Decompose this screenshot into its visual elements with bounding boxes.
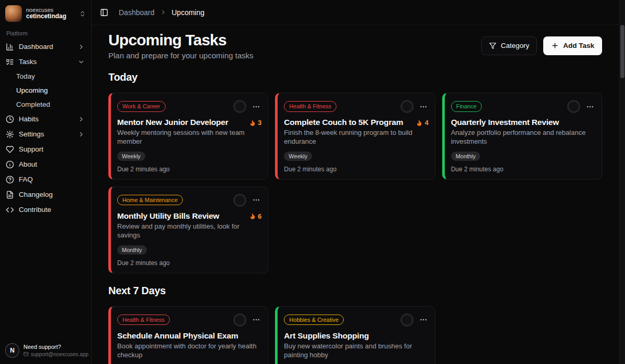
task-card[interactable]: Health & Fitness Complete Couch to 5K Pr… [275, 93, 435, 180]
info-icon [6, 160, 14, 169]
sidebar-item-about[interactable]: About [4, 157, 87, 171]
chevron-right-icon [160, 9, 167, 16]
sidebar-item-label: Habits [19, 115, 39, 123]
progress-ring [567, 100, 580, 113]
more-options-button[interactable] [251, 102, 261, 112]
add-task-button[interactable]: Add Task [543, 36, 602, 55]
streak-count: 3 [258, 119, 261, 127]
funnel-icon [489, 42, 496, 49]
streak-count: 6 [258, 212, 261, 220]
task-title: Monthly Utility Bills Review [117, 211, 219, 221]
sidebar: noexcuses cetincetindag Platform Dashboa… [0, 0, 92, 364]
streak-count: 4 [424, 119, 428, 127]
sidebar-item-support[interactable]: Support [4, 142, 87, 156]
sidebar-item-label: Tasks [19, 58, 37, 66]
sidebar-item-changelog[interactable]: Changelog [4, 187, 87, 202]
plus-icon [551, 42, 559, 49]
category-badge: Work & Career [117, 101, 166, 111]
sidebar-item-contribute[interactable]: Contribute [4, 203, 87, 217]
task-description: Weekly mentoring sessions with new team … [117, 129, 261, 146]
category-badge: Health & Fitness [117, 315, 170, 325]
chevrons-up-down-icon [79, 10, 86, 17]
flame-icon [416, 119, 423, 127]
heart-icon [6, 145, 14, 154]
sidebar-toggle-button[interactable] [97, 5, 111, 20]
sidebar-item-label: Support [19, 145, 43, 153]
support-avatar: N [5, 343, 19, 358]
sidebar-item-completed[interactable]: Completed [4, 98, 87, 111]
main-content: Upcoming Tasks Plan and prepare for your… [92, 25, 625, 364]
breadcrumb-dashboard[interactable]: Dashboard [119, 8, 155, 17]
task-title: Complete Couch to 5K Program [284, 118, 403, 127]
sidebar-item-tasks[interactable]: Tasks [4, 55, 87, 69]
breadcrumb: Dashboard Upcoming [119, 8, 205, 17]
support-card[interactable]: N Need support? support@noexcuses.app [4, 341, 87, 360]
category-filter-button[interactable]: Category [481, 36, 537, 55]
sidebar-item-label: Dashboard [19, 43, 53, 51]
progress-ring [401, 313, 414, 327]
sidebar-item-label: Changelog [19, 191, 53, 198]
task-card[interactable]: Hobbies & Creative Art Supplies Shopping… [275, 306, 435, 364]
more-options-button[interactable] [418, 315, 429, 325]
more-options-button[interactable] [251, 195, 261, 205]
task-grid-next-7-days: Health & Fitness Schedule Annual Physica… [108, 306, 602, 364]
task-description: Buy new watercolor paints and brushes fo… [284, 342, 428, 360]
category-badge: Health & Fitness [284, 101, 336, 111]
bar-chart-icon [6, 43, 14, 51]
task-title: Art Supplies Shopping [284, 331, 369, 341]
sidebar-item-label: About [19, 160, 37, 168]
more-options-button[interactable] [585, 102, 595, 112]
panel-left-icon [100, 8, 108, 17]
section-title: Next 7 Days [108, 285, 602, 297]
due-text: Due 2 minutes ago [451, 166, 595, 173]
task-grid-today: Work & Career Mentor New Junior Develope… [108, 93, 602, 273]
task-card[interactable]: Home & Maintenance Monthly Utility Bills… [108, 186, 268, 273]
task-card[interactable]: Health & Fitness Schedule Annual Physica… [108, 306, 268, 364]
task-card[interactable]: Finance Quarterly Investment Review Anal… [442, 93, 602, 180]
section-today: Today Work & Career Mentor New Junior De… [108, 71, 602, 273]
chevron-right-icon [78, 43, 85, 51]
sidebar-item-settings[interactable]: Settings [4, 127, 87, 141]
flame-icon [249, 119, 256, 127]
platform-label: Platform [6, 30, 87, 36]
list-todo-icon [6, 58, 14, 66]
progress-ring [233, 313, 246, 327]
ellipsis-icon [252, 316, 260, 324]
frequency-badge: Monthly [117, 245, 147, 255]
flame-icon [249, 212, 256, 220]
sidebar-item-habits[interactable]: Habits [4, 112, 87, 126]
category-badge: Home & Maintenance [117, 195, 183, 205]
sidebar-item-label: Contribute [19, 206, 51, 214]
category-button-label: Category [501, 42, 529, 49]
sidebar-item-upcoming[interactable]: Upcoming [4, 84, 87, 97]
task-description: Book appointment with doctor for yearly … [117, 342, 261, 360]
more-options-button[interactable] [251, 315, 261, 325]
task-title: Mentor New Junior Developer [117, 118, 228, 127]
scrollbar-track [619, 0, 625, 364]
due-text: Due 2 minutes ago [117, 166, 261, 173]
sidebar-item-today[interactable]: Today [4, 70, 87, 83]
ellipsis-icon [252, 103, 260, 111]
workspace-selector[interactable]: noexcuses cetincetindag [4, 4, 87, 23]
more-options-button[interactable] [418, 102, 429, 112]
file-text-icon [6, 191, 14, 199]
task-card[interactable]: Work & Career Mentor New Junior Develope… [108, 93, 268, 180]
sidebar-item-faq[interactable]: FAQ [4, 172, 87, 186]
code-icon [6, 206, 14, 214]
mail-icon [23, 352, 29, 357]
scrollbar-thumb[interactable] [620, 25, 624, 78]
task-description: Review and pay monthly utilities, look f… [117, 222, 261, 240]
chevron-right-icon [78, 131, 85, 138]
gear-icon [6, 130, 14, 139]
sidebar-item-dashboard[interactable]: Dashboard [4, 40, 87, 54]
support-email[interactable]: support@noexcuses.app [31, 351, 89, 358]
page-title: Upcoming Tasks [108, 31, 254, 49]
add-task-button-label: Add Task [563, 42, 594, 49]
sidebar-item-label: FAQ [19, 175, 33, 183]
support-title: Need support? [23, 343, 86, 350]
task-title: Schedule Annual Physical Exam [117, 331, 238, 341]
progress-ring [233, 194, 246, 207]
category-badge: Finance [451, 101, 482, 111]
frequency-badge: Weekly [117, 152, 145, 161]
due-text: Due 2 minutes ago [284, 166, 428, 173]
